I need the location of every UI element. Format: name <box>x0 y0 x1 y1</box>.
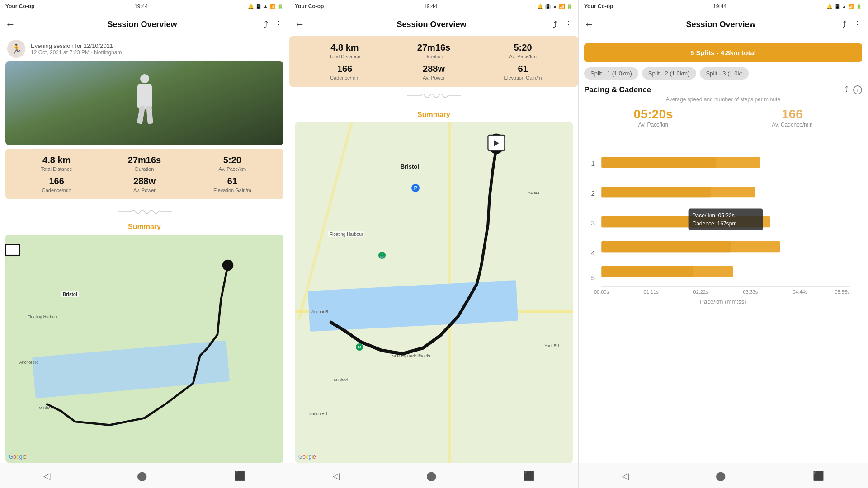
summary-heading-1: Summary <box>0 221 289 235</box>
bottom-nav-2: ◁ ⬤ ⬛ <box>289 463 578 488</box>
split-tab-3[interactable]: Split - 3 (1.0kr <box>700 67 749 80</box>
nav-home-2[interactable]: ⬤ <box>426 470 436 481</box>
bottom-nav-3: ◁ ⬤ ⬛ <box>579 463 868 488</box>
stat-pace-value-2: 5:20 <box>478 42 567 53</box>
stat-cadence-1: 166 Cadence/min <box>13 176 100 193</box>
map-container-1[interactable]: Bristol Floating Harbour Anchor Rd M She… <box>5 235 283 463</box>
av-pace-value: 05:20s <box>633 107 673 122</box>
back-button-2[interactable]: ← <box>295 19 305 30</box>
svg-text:01:11s: 01:11s <box>644 289 659 295</box>
carrier-3: Your Co-op <box>584 3 613 9</box>
svg-text:Cadence: 167spm: Cadence: 167spm <box>692 221 736 227</box>
nav-back-1[interactable]: ◁ <box>43 470 50 481</box>
session-info-1: 🏃 Evening session for 12/10/2021 12 Oct,… <box>0 36 289 61</box>
page-title-1: Session Overview <box>21 20 264 29</box>
pacing-subtitle: Average speed and number of steps per mi… <box>584 96 862 103</box>
svg-rect-17 <box>601 187 755 197</box>
share-icon-1[interactable]: ⤴ <box>264 19 268 30</box>
stat-power-1: 288w Av. Power <box>100 176 188 193</box>
pacing-title: Pacing & Cadence <box>584 85 651 94</box>
session-text-1: Evening session for 12/10/2021 12 Oct, 2… <box>31 42 122 56</box>
split-tab-1[interactable]: Split - 1 (1.0km) <box>584 67 638 80</box>
stat-pace-2: 5:20 Av. Pace/km <box>478 42 567 59</box>
nav-back-3[interactable]: ◁ <box>622 470 629 481</box>
google-label-1: Google <box>9 454 27 460</box>
status-icons-3: 🔔 📳 ▲ 📶 🔋 <box>826 4 862 9</box>
stat-distance-1: 4.8 km Total Distance <box>13 155 100 172</box>
stats-card-1: 4.8 km Total Distance 27m16s Duration 5:… <box>5 149 283 199</box>
svg-text:04:44s: 04:44s <box>793 289 807 295</box>
summary-heading-2: Summary <box>289 109 578 122</box>
share-icon-2[interactable]: ⤴ <box>553 19 557 30</box>
stat-duration-1: 27m16s Duration <box>100 155 188 172</box>
page-title-3: Session Overview <box>599 20 842 29</box>
av-cadence-value: 166 <box>772 107 812 122</box>
session-date-1: 12 Oct, 2021 at 7:23 PM · Nottingham <box>31 49 122 56</box>
stat-power-label-2: Av. Power <box>389 75 478 80</box>
svg-text:00:00s: 00:00s <box>594 289 609 295</box>
stat-cadence-value-1: 166 <box>13 176 100 187</box>
stat-distance-value-1: 4.8 km <box>13 155 100 165</box>
runner-icon-1: 🏃 <box>7 40 25 58</box>
stat-pace-value-1: 5:20 <box>189 155 276 165</box>
stat-duration-label-1: Duration <box>100 166 188 172</box>
map-bg-1: Bristol Floating Harbour Anchor Rd M She… <box>5 235 283 463</box>
stat-distance-label-1: Total Distance <box>13 166 100 172</box>
stat-duration-label-2: Duration <box>389 54 478 59</box>
svg-text:1: 1 <box>591 160 595 167</box>
svg-text:2: 2 <box>591 189 595 197</box>
svg-rect-3 <box>5 244 19 256</box>
stat-elevation-2: 61 Elevation Gain/m <box>478 64 567 80</box>
stat-duration-value-1: 27m16s <box>100 155 188 165</box>
stat-distance-label-2: Total Distance <box>300 54 389 59</box>
pacing-header: Pacing & Cadence ⤴ i <box>584 85 862 94</box>
nav-home-3[interactable]: ⬤ <box>716 470 726 481</box>
nav-square-1[interactable]: ⬛ <box>234 470 245 481</box>
more-icon-1[interactable]: ⋮ <box>274 19 283 30</box>
splits-bar: 5 Splits - 4.8km total <box>584 43 862 62</box>
svg-text:Pace/km (mm:ss): Pace/km (mm:ss) <box>700 298 746 304</box>
stats-card-2: 4.8 km Total Distance 27m16s Duration 5:… <box>289 36 578 87</box>
svg-text:3: 3 <box>591 219 595 227</box>
stat-distance-2: 4.8 km Total Distance <box>300 42 389 59</box>
nav-home-1[interactable]: ⬤ <box>137 470 147 481</box>
stat-power-value-1: 288w <box>100 176 188 187</box>
stat-cadence-value-2: 166 <box>300 64 389 74</box>
map-container-2[interactable]: Bristol Floating Harbour Anchor Rd A4044… <box>295 122 573 463</box>
share-icon-3[interactable]: ⤴ <box>842 19 847 30</box>
svg-text:▶: ▶ <box>494 137 500 147</box>
nav-square-3[interactable]: ⬛ <box>813 470 824 481</box>
nav-back-2[interactable]: ◁ <box>333 470 340 481</box>
panel-2: Your Co-op 19:44 🔔 📳 ▲ 📶 🔋 ← Session Ove… <box>289 0 579 488</box>
time-1: 19:44 <box>134 3 148 9</box>
bottom-nav-1: ◁ ⬤ ⬛ <box>0 463 289 488</box>
back-button-1[interactable]: ← <box>5 19 15 30</box>
more-icon-2[interactable]: ⋮ <box>564 19 573 30</box>
stat-elevation-value-2: 61 <box>478 64 567 74</box>
stat-elevation-label-1: Elevation Gain/m <box>189 188 276 193</box>
pacing-info-icon[interactable]: i <box>853 85 862 94</box>
panel-1: Your Co-op 19:44 🔔 📳 ▲ 📶 🔋 ← Session Ove… <box>0 0 289 488</box>
status-bar-2: Your Co-op 19:44 🔔 📳 ▲ 📶 🔋 <box>289 0 578 13</box>
stat-pace-label-2: Av. Pace/km <box>478 54 567 59</box>
pacing-share-icon[interactable]: ⤴ <box>844 85 849 94</box>
svg-text:02:22s: 02:22s <box>693 289 708 295</box>
more-icon-3[interactable]: ⋮ <box>853 19 862 30</box>
chart-container: 1 2 3 4 5 <box>579 135 868 459</box>
stat-power-label-1: Av. Power <box>100 188 188 193</box>
svg-rect-15 <box>601 157 760 168</box>
stat-elevation-1: 61 Elevation Gain/m <box>189 176 276 193</box>
stat-elevation-value-1: 61 <box>189 176 276 187</box>
stat-cadence-label-2: Cadence/min <box>300 75 389 80</box>
stat-duration-2: 27m16s Duration <box>389 42 478 59</box>
back-button-3[interactable]: ← <box>584 19 594 30</box>
stat-distance-value-2: 4.8 km <box>300 42 389 53</box>
split-tab-2[interactable]: Split - 2 (1.0km) <box>642 67 696 80</box>
av-cadence-label: Av. Cadence/min <box>772 122 812 128</box>
top-icons-2: ⤴ ⋮ <box>553 19 573 30</box>
svg-point-2 <box>222 260 234 271</box>
stat-power-2: 288w Av. Power <box>389 64 478 80</box>
top-bar-2: ← Session Overview ⤴ ⋮ <box>289 13 578 36</box>
nav-square-2[interactable]: ⬛ <box>524 470 535 481</box>
panel1-content: 4.8 km Total Distance 27m16s Duration 5:… <box>0 61 289 463</box>
